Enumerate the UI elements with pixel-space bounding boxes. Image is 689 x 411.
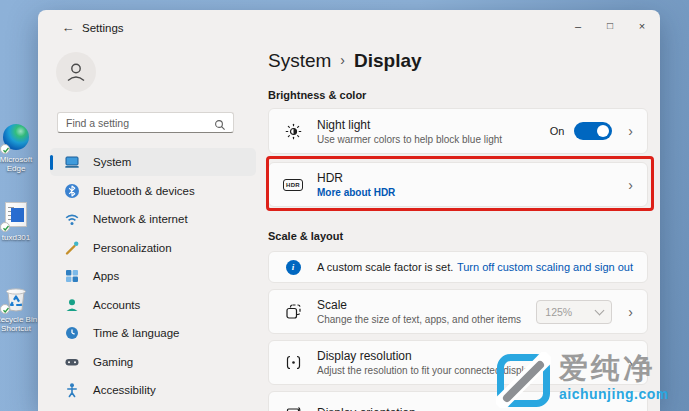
hdr-icon: HDR (283, 179, 303, 191)
desktop-icon-edge[interactable]: Microsoft Edge (0, 123, 40, 173)
scale-desc: Change the size of text, apps, and other… (317, 314, 536, 325)
display-orientation-icon (283, 405, 303, 411)
breadcrumb-display: Display (354, 50, 422, 71)
info-icon: i (283, 260, 303, 275)
brush-icon (64, 240, 80, 256)
sidebar-item-label: Time & language (93, 327, 180, 339)
chevron-right-icon: › (628, 177, 633, 193)
night-light-title: Night light (317, 118, 550, 132)
sidebar-item-label: Personalization (93, 242, 172, 254)
scale-icon (283, 303, 303, 320)
display-resolution-row[interactable]: Display resolution Adjust the resolution… (268, 340, 648, 385)
back-button[interactable]: ← (58, 18, 78, 38)
desktop-icon-label: Recycle Bin Shortcut (0, 315, 40, 333)
desktop-icon-installer[interactable]: tuxd301 (0, 201, 40, 242)
night-light-desc: Use warmer colors to help block blue lig… (317, 134, 550, 145)
custom-scale-banner: i A custom scale factor is set. Turn off… (268, 251, 648, 283)
clock-icon (64, 325, 80, 341)
sidebar-item-label: Accounts (93, 299, 140, 311)
display-orientation-row[interactable]: Display orientation (268, 391, 648, 411)
sidebar-item-label: Apps (93, 270, 119, 282)
minimize-button[interactable]: – (562, 15, 594, 37)
sync-check-badge (0, 222, 10, 232)
sidebar-item-time-language[interactable]: Time & language (50, 319, 256, 347)
section-scale-layout: Scale & layout (268, 230, 343, 242)
scale-value: 125% (545, 306, 572, 318)
system-icon (64, 154, 80, 170)
breadcrumb-system[interactable]: System (268, 50, 331, 71)
search-input[interactable] (58, 114, 233, 133)
sidebar-item-label: Accessibility (93, 384, 156, 396)
sidebar-item-label: Gaming (93, 356, 133, 368)
search-box[interactable] (57, 112, 234, 133)
sidebar-item-apps[interactable]: Apps (50, 262, 256, 290)
chevron-right-icon: › (628, 123, 633, 139)
avatar[interactable] (56, 52, 96, 92)
apps-grid-icon (64, 268, 80, 284)
sidebar-nav: System Bluetooth & devices Network & int… (50, 148, 256, 405)
toggle-state-label: On (550, 125, 565, 137)
display-resolution-title: Display resolution (317, 349, 612, 363)
section-brightness-color: Brightness & color (268, 89, 366, 101)
sidebar-item-accounts[interactable]: Accounts (50, 291, 256, 319)
sidebar-item-label: Network & internet (93, 213, 188, 225)
turn-off-custom-scaling-link[interactable]: Turn off custom scaling and sign out (457, 261, 633, 273)
window-title: Settings (82, 22, 124, 34)
display-resolution-icon (283, 354, 303, 371)
window-controls: – □ × (562, 15, 658, 37)
sync-check-badge (0, 144, 10, 154)
night-light-row[interactable]: Night light Use warmer colors to help bl… (268, 108, 648, 154)
desktop-icon-recycle-bin[interactable]: Recycle Bin Shortcut (0, 284, 40, 333)
sidebar-item-personalization[interactable]: Personalization (50, 234, 256, 262)
sidebar-item-gaming[interactable]: Gaming (50, 348, 256, 376)
close-button[interactable]: × (626, 15, 658, 37)
sidebar-item-label: System (93, 156, 131, 168)
maximize-button[interactable]: □ (594, 15, 626, 37)
breadcrumb-separator: › (340, 52, 345, 68)
chevron-down-icon (595, 305, 605, 315)
hdr-title: HDR (317, 171, 612, 185)
account-person-icon (64, 297, 80, 313)
hdr-row[interactable]: HDR HDR More about HDR › (268, 162, 648, 207)
scale-dropdown[interactable]: 125% (536, 300, 612, 324)
sidebar-item-bluetooth-devices[interactable]: Bluetooth & devices (50, 177, 256, 205)
sidebar-item-system[interactable]: System (50, 148, 256, 176)
night-light-icon (283, 123, 303, 140)
scale-row[interactable]: Scale Change the size of text, apps, and… (268, 289, 648, 334)
display-orientation-title: Display orientation (317, 406, 633, 411)
person-icon (64, 60, 88, 84)
chevron-right-icon: › (628, 304, 633, 320)
accessibility-person-icon (64, 382, 80, 398)
desktop-icon-label: tuxd301 (0, 233, 40, 242)
night-light-toggle[interactable] (574, 122, 612, 140)
chevron-right-icon: › (628, 355, 633, 371)
gamepad-icon (64, 354, 80, 370)
sync-check-badge (0, 304, 10, 314)
sidebar-item-label: Bluetooth & devices (93, 185, 195, 197)
scale-title: Scale (317, 298, 536, 312)
sidebar-item-accessibility[interactable]: Accessibility (50, 376, 256, 404)
sidebar-item-network-internet[interactable]: Network & internet (50, 205, 256, 233)
settings-window: ← Settings – □ × System Bluetooth & devi (38, 10, 660, 411)
custom-scale-text: A custom scale factor is set. (317, 261, 457, 273)
display-resolution-desc: Adjust the resolution to fit your connec… (317, 365, 612, 376)
breadcrumb: System›Display (268, 50, 422, 72)
desktop-icon-label: Microsoft Edge (0, 155, 40, 173)
toggle-knob (597, 125, 609, 137)
search-icon (214, 117, 226, 135)
hdr-more-link[interactable]: More about HDR (317, 187, 612, 198)
wifi-icon (64, 211, 80, 227)
bluetooth-icon (64, 183, 80, 199)
